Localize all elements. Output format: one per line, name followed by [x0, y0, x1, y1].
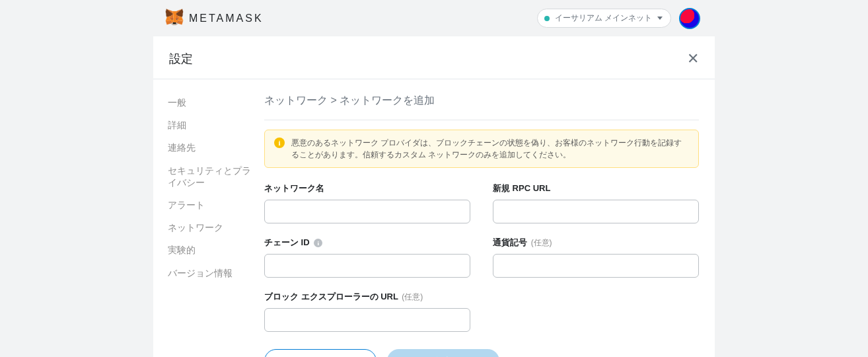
save-button[interactable]: 保存 — [387, 349, 499, 357]
info-warning-icon: i — [274, 138, 285, 148]
close-icon[interactable]: ✕ — [687, 52, 699, 66]
sidebar-item-security[interactable]: セキュリティとプライバシー — [168, 159, 254, 194]
input-network-name[interactable] — [264, 200, 470, 223]
label-network-name: ネットワーク名 — [264, 182, 470, 194]
cancel-button[interactable]: キャンセル — [264, 349, 377, 357]
settings-panel: 設定 ✕ 一般 詳細 連絡先 セキュリティとプライバシー アラート ネットワーク… — [153, 36, 715, 357]
sidebar-item-experimental[interactable]: 実験的 — [168, 239, 254, 261]
breadcrumb-root[interactable]: ネットワーク — [264, 95, 328, 106]
divider — [264, 120, 699, 120]
warning-banner: i 悪意のあるネットワーク プロバイダは、ブロックチェーンの状態を偽り、お客様の… — [264, 130, 699, 168]
sidebar-item-alerts[interactable]: アラート — [168, 194, 254, 216]
account-avatar[interactable] — [679, 8, 700, 29]
settings-sidebar: 一般 詳細 連絡先 セキュリティとプライバシー アラート ネットワーク 実験的 … — [153, 82, 254, 357]
field-network-name: ネットワーク名 — [264, 182, 470, 223]
sidebar-item-networks[interactable]: ネットワーク — [168, 216, 254, 239]
content-area: ネットワーク > ネットワークを追加 i 悪意のあるネットワーク プロバイダは、… — [254, 82, 715, 357]
button-row: キャンセル 保存 — [264, 349, 699, 357]
metamask-fox-icon — [165, 9, 184, 28]
field-currency-symbol: 通貨記号 (任意) — [493, 237, 699, 278]
breadcrumb-leaf: ネットワークを追加 — [340, 95, 435, 106]
info-icon[interactable]: i — [314, 239, 322, 247]
label-currency-symbol: 通貨記号 (任意) — [493, 237, 699, 249]
label-block-explorer: ブロック エクスプローラーの URL (任意) — [264, 291, 470, 303]
breadcrumb: ネットワーク > ネットワークを追加 — [264, 94, 699, 108]
field-chain-id: チェーン ID i — [264, 237, 470, 278]
input-block-explorer[interactable] — [264, 308, 470, 332]
breadcrumb-separator: > — [328, 95, 340, 106]
network-status-dot-icon — [544, 16, 550, 21]
chevron-down-icon — [657, 17, 663, 20]
sidebar-item-contacts[interactable]: 連絡先 — [168, 136, 254, 159]
brand-text: METAMASK — [189, 13, 264, 24]
header-right: イーサリアム メインネット — [537, 8, 700, 29]
warning-text: 悪意のあるネットワーク プロバイダは、ブロックチェーンの状態を偽り、お客様のネッ… — [291, 137, 689, 161]
app-header: METAMASK イーサリアム メインネット — [153, 0, 715, 36]
page-title: 設定 — [169, 51, 193, 67]
network-label: イーサリアム メインネット — [555, 13, 652, 24]
panel-header: 設定 ✕ — [153, 36, 715, 79]
field-rpc-url: 新規 RPC URL — [493, 182, 699, 223]
field-block-explorer: ブロック エクスプローラーの URL (任意) — [264, 291, 470, 332]
sidebar-item-general[interactable]: 一般 — [168, 91, 254, 114]
network-form: ネットワーク名 新規 RPC URL チェーン ID i — [264, 182, 699, 332]
sidebar-item-advanced[interactable]: 詳細 — [168, 114, 254, 136]
label-chain-id: チェーン ID i — [264, 237, 470, 249]
network-selector[interactable]: イーサリアム メインネット — [537, 9, 671, 28]
sidebar-item-about[interactable]: バージョン情報 — [168, 262, 254, 284]
input-chain-id[interactable] — [264, 254, 470, 278]
brand: METAMASK — [153, 9, 264, 28]
label-rpc-url: 新規 RPC URL — [493, 182, 699, 194]
input-currency-symbol[interactable] — [493, 254, 699, 278]
input-rpc-url[interactable] — [493, 200, 699, 223]
